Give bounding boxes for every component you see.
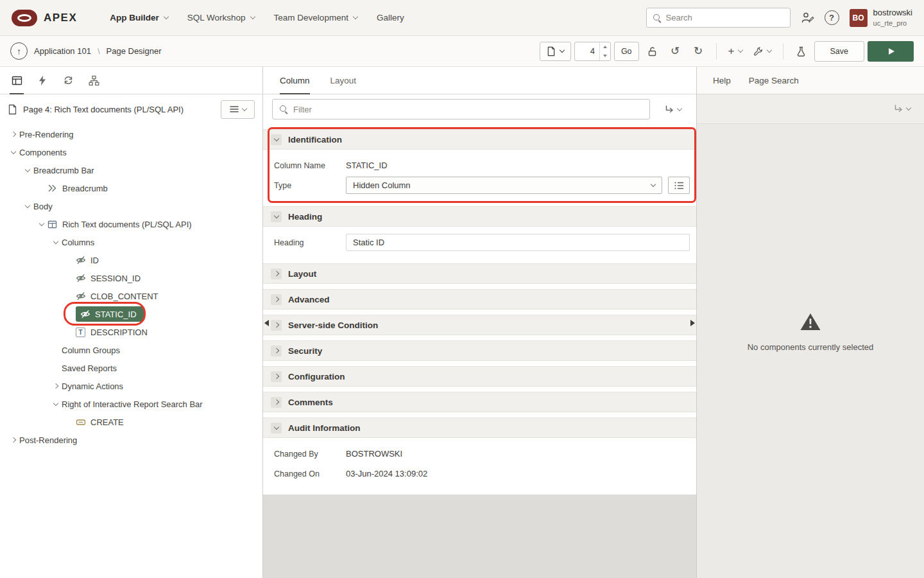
account-button[interactable] bbox=[801, 12, 814, 24]
go-button[interactable]: Go bbox=[614, 42, 639, 61]
type-select[interactable]: Hidden Column bbox=[346, 177, 662, 194]
undo-button[interactable]: ↺ bbox=[665, 42, 685, 61]
section-header-identification[interactable]: Identification bbox=[263, 129, 696, 150]
selected-node-pill[interactable]: STATIC_ID bbox=[76, 306, 144, 322]
page-select-button[interactable] bbox=[540, 42, 571, 61]
application-home-button[interactable]: ↑ bbox=[10, 42, 28, 60]
chevron-down-icon[interactable] bbox=[8, 152, 19, 153]
save-button[interactable]: Save bbox=[814, 41, 865, 62]
property-sections: Identification Column Name STATIC_ID Typ… bbox=[263, 124, 696, 495]
page-lock-button[interactable] bbox=[642, 42, 662, 61]
section-header-layout[interactable]: Layout bbox=[263, 263, 696, 284]
chevron-right-icon[interactable] bbox=[50, 384, 62, 388]
chevron-down-icon bbox=[353, 14, 358, 19]
tree-item-columns[interactable]: Columns bbox=[0, 233, 262, 251]
section-header-comments[interactable]: Comments bbox=[263, 392, 696, 412]
nav-gallery[interactable]: Gallery bbox=[368, 7, 413, 28]
tree-item-saved-reports[interactable]: Saved Reports bbox=[0, 359, 262, 377]
tree-item-breadcrumb[interactable]: Breadcrumb bbox=[0, 179, 262, 197]
unlocked-padlock-icon bbox=[647, 46, 657, 57]
help-goto-button[interactable] bbox=[888, 100, 916, 119]
apex-home-link[interactable]: APEX bbox=[12, 10, 77, 26]
tree-item-components[interactable]: Components bbox=[0, 143, 262, 161]
tab-rendering[interactable] bbox=[4, 67, 30, 94]
redo-button[interactable]: ↻ bbox=[689, 42, 708, 61]
create-menu-button[interactable]: + bbox=[724, 42, 746, 61]
nav-sql-workshop[interactable]: SQL Workshop bbox=[179, 7, 263, 28]
chevron-down-icon[interactable] bbox=[22, 206, 33, 207]
chevron-down-icon[interactable] bbox=[36, 223, 47, 225]
field-type: Type Hidden Column bbox=[274, 175, 690, 195]
tree-item-pre-rendering[interactable]: Pre-Rendering bbox=[0, 125, 262, 143]
collapse-toggle-icon[interactable] bbox=[271, 211, 282, 222]
expand-toggle-icon[interactable] bbox=[271, 268, 282, 279]
collapse-toggle-icon[interactable] bbox=[271, 134, 282, 145]
tree-item-column-groups[interactable]: Column Groups bbox=[0, 341, 262, 359]
tab-page-search[interactable]: Page Search bbox=[749, 76, 799, 85]
type-quick-pick-button[interactable] bbox=[668, 177, 690, 194]
spinner-down-button[interactable] bbox=[600, 51, 610, 60]
field-heading: Heading bbox=[274, 232, 690, 252]
avatar[interactable]: BO bbox=[850, 9, 868, 27]
tree-item-description[interactable]: T DESCRIPTION bbox=[0, 323, 262, 341]
page-number-input[interactable] bbox=[575, 42, 599, 60]
expand-toggle-icon[interactable] bbox=[271, 346, 282, 356]
tree-item-breadcrumb-bar[interactable]: Breadcrumb Bar bbox=[0, 161, 262, 179]
chevron-down-icon[interactable] bbox=[50, 241, 62, 243]
global-search-input[interactable] bbox=[666, 13, 784, 22]
section-header-audit-information[interactable]: Audit Information bbox=[263, 417, 696, 438]
page-icon bbox=[8, 104, 17, 115]
run-page-button[interactable] bbox=[868, 41, 914, 62]
shared-components-button[interactable] bbox=[791, 42, 811, 61]
expand-toggle-icon[interactable] bbox=[271, 320, 282, 331]
tree-item-session-id[interactable]: SESSION_ID bbox=[0, 269, 262, 287]
section-header-advanced[interactable]: Advanced bbox=[263, 289, 696, 310]
hamburger-icon bbox=[230, 105, 239, 113]
expand-toggle-icon[interactable] bbox=[271, 397, 282, 408]
chevron-down-icon[interactable] bbox=[50, 403, 62, 405]
spinner-up-button[interactable] bbox=[600, 42, 610, 51]
tree-item-create-button[interactable]: CREATE bbox=[0, 413, 262, 431]
tab-dynamic-actions[interactable] bbox=[30, 67, 55, 94]
tree-item-right-of-ir-search-bar[interactable]: Right of Interactive Report Search Bar bbox=[0, 395, 262, 413]
goto-group-button[interactable] bbox=[659, 100, 687, 119]
tree-options-menu-button[interactable] bbox=[221, 100, 255, 119]
tab-column[interactable]: Column bbox=[280, 67, 310, 94]
expand-toggle-icon[interactable] bbox=[271, 371, 282, 382]
chevron-right-icon[interactable] bbox=[8, 438, 19, 442]
section-header-server-side-condition[interactable]: Server-side Condition bbox=[263, 315, 696, 335]
nav-team-development[interactable]: Team Development bbox=[266, 7, 366, 28]
tab-help[interactable]: Help bbox=[713, 76, 731, 85]
section-heading: Heading Heading bbox=[263, 206, 696, 258]
section-header-heading[interactable]: Heading bbox=[263, 206, 696, 227]
breadcrumb-application[interactable]: Application 101 bbox=[34, 46, 91, 56]
tree-item-post-rendering[interactable]: Post-Rendering bbox=[0, 431, 262, 449]
collapse-toggle-icon[interactable] bbox=[271, 423, 282, 434]
tree-item-id[interactable]: ID bbox=[0, 251, 262, 269]
tree-item-dynamic-actions[interactable]: Dynamic Actions bbox=[0, 377, 262, 395]
tree-item-rich-text-documents-region[interactable]: Rich Text documents (PL/SQL API) bbox=[0, 215, 262, 233]
section-header-security[interactable]: Security bbox=[263, 340, 696, 361]
refresh-loop-icon bbox=[63, 75, 74, 85]
plus-icon: + bbox=[728, 46, 735, 57]
filter-input[interactable] bbox=[293, 105, 643, 114]
tab-layout[interactable]: Layout bbox=[330, 67, 357, 94]
chevron-right-icon[interactable] bbox=[8, 132, 19, 136]
tab-page-shared-components[interactable] bbox=[81, 67, 107, 94]
heading-input[interactable] bbox=[346, 234, 690, 251]
help-tabbar: Help Page Search bbox=[697, 67, 924, 94]
utilities-menu-button[interactable] bbox=[749, 42, 775, 61]
tree-item-body[interactable]: Body bbox=[0, 197, 262, 215]
expand-toggle-icon[interactable] bbox=[271, 294, 282, 305]
section-layout: Layout bbox=[263, 263, 696, 284]
chevron-down-icon[interactable] bbox=[22, 170, 33, 171]
help-button[interactable]: ? bbox=[825, 10, 839, 25]
nav-app-builder[interactable]: App Builder bbox=[101, 7, 176, 28]
collapse-right-panel-handle[interactable] bbox=[690, 320, 695, 326]
tab-processing[interactable] bbox=[55, 67, 81, 94]
tree-item-static-id[interactable]: STATIC_ID bbox=[0, 305, 262, 323]
tree-item-clob-content[interactable]: CLOB_CONTENT bbox=[0, 287, 262, 305]
question-mark-icon: ? bbox=[825, 10, 839, 25]
collapse-left-panel-handle[interactable] bbox=[264, 320, 269, 326]
section-header-configuration[interactable]: Configuration bbox=[263, 366, 696, 387]
